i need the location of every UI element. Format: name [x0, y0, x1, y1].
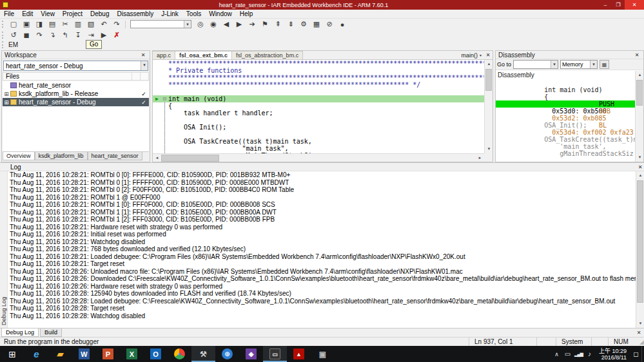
navigate-forward-button[interactable]: ▶ [233, 19, 245, 29]
open-file-button[interactable]: ▣ [21, 19, 32, 29]
fold-marker-icon[interactable] [161, 74, 168, 81]
hidden-icons-chevron[interactable]: ∧ [551, 351, 562, 357]
scroll-up-icon[interactable]: ▲ [636, 171, 644, 180]
close-icon[interactable]: ✕ [633, 52, 641, 58]
scrollbar-thumb[interactable] [637, 180, 643, 303]
network-icon[interactable]: ▂▄▆ [573, 352, 584, 357]
scrollbar-thumb[interactable] [161, 155, 219, 162]
find-next-button[interactable]: ◎ [195, 19, 206, 29]
pdf-app-icon[interactable]: ▲ [287, 346, 311, 362]
fold-marker-icon[interactable]: ⊟ [161, 95, 168, 102]
word-icon[interactable]: W [72, 346, 96, 362]
fold-marker-icon[interactable]: │ [161, 138, 168, 145]
fold-marker-icon[interactable]: │ [161, 117, 168, 124]
menu-item[interactable]: File [0, 10, 18, 19]
log-tab[interactable]: Debug Log [1, 329, 39, 337]
close-icon[interactable]: ✕ [636, 164, 644, 170]
log-tab[interactable]: Build [40, 329, 62, 337]
chevron-down-icon[interactable]: ▾ [551, 61, 558, 68]
go-button[interactable]: ▶ [98, 30, 110, 40]
step-out-button[interactable]: ↰ [59, 30, 71, 40]
powerpoint-icon[interactable]: P [96, 346, 120, 362]
fold-marker-icon[interactable] [161, 88, 168, 95]
globe-app-icon[interactable]: ⊕ [215, 346, 239, 362]
memory-select[interactable]: Memory ▾ [560, 60, 598, 69]
tree-row[interactable]: ⊞ heart_rate_sensor - Debug ✓ [3, 98, 149, 106]
editor-tab[interactable]: fsl_os_abstraction_bm.c [232, 51, 303, 59]
toolbar-grip[interactable] [2, 41, 5, 48]
redo-button[interactable]: ↷ [111, 19, 122, 29]
volume-icon[interactable]: ♪ [584, 350, 595, 357]
save-button[interactable]: ◨ [34, 19, 45, 29]
excel-icon[interactable]: X [120, 346, 144, 362]
fold-marker-icon[interactable]: │ [161, 110, 168, 117]
workspace-tab[interactable]: ksdk_platform_lib [35, 152, 88, 160]
function-selector[interactable]: main() ▾ [459, 52, 483, 59]
close-icon[interactable]: ✕ [634, 330, 644, 336]
scroll-down-icon[interactable]: ▼ [636, 153, 644, 162]
maximize-button[interactable]: ❐ [612, 0, 625, 10]
fold-marker-icon[interactable] [161, 81, 168, 88]
chevron-down-icon[interactable]: ▾ [141, 61, 148, 70]
cut-button[interactable]: ✂ [59, 19, 71, 29]
go-to-button[interactable]: ➔ [246, 19, 258, 29]
chevron-down-icon[interactable]: ▾ [480, 53, 482, 57]
editor-horizontal-scrollbar[interactable]: ◄ ► [153, 153, 484, 162]
previous-bookmark-button[interactable]: ⇞ [272, 19, 284, 29]
chevron-down-icon[interactable]: ▾ [184, 21, 191, 28]
step-over-button[interactable]: ↷ [34, 30, 45, 40]
menu-item[interactable]: Help [236, 10, 257, 19]
editor-tab[interactable]: app.c [153, 51, 175, 59]
expander-icon[interactable]: ⊞ [3, 91, 10, 97]
make-button[interactable]: ▦ [311, 19, 322, 29]
new-document-button[interactable]: ▢ [8, 19, 19, 29]
disassembly-listing[interactable]: Disassembly int main (void) { main: [496, 71, 635, 162]
disassembly-vertical-scrollbar[interactable]: ▲ ▼ [635, 71, 643, 162]
menu-item[interactable]: Project [59, 10, 86, 19]
undo-button[interactable]: ↶ [98, 19, 110, 29]
chrome-icon[interactable]: ● [168, 346, 191, 362]
purple-app-icon[interactable]: ◈ [239, 346, 263, 362]
copy-button[interactable]: ▥ [72, 19, 84, 29]
reset-button[interactable]: ↺ [8, 30, 19, 40]
fold-marker-icon[interactable]: │ [161, 145, 168, 152]
break-button[interactable]: ◼ [21, 30, 32, 40]
step-into-button[interactable]: ↴ [46, 30, 58, 40]
editor-vertical-scrollbar[interactable]: ▲ ▼ [484, 60, 493, 153]
log-vertical-scrollbar[interactable]: ▲ ▼ [636, 171, 644, 328]
next-statement-button[interactable]: ↧ [72, 30, 84, 40]
next-bookmark-button[interactable]: ⇟ [285, 19, 297, 29]
outlook-icon[interactable]: O [144, 346, 168, 362]
toolbar-grip[interactable] [2, 21, 5, 28]
scroll-right-icon[interactable]: ► [476, 154, 484, 162]
fold-marker-icon[interactable]: │ [161, 102, 168, 110]
menu-item[interactable]: J-Link [157, 10, 182, 19]
scrollbar-thumb[interactable] [636, 80, 643, 106]
toolbar-grip[interactable] [2, 32, 5, 39]
start-button[interactable]: ⊞ [0, 346, 24, 362]
paste-button[interactable]: ▧ [85, 19, 97, 29]
clock[interactable]: 上午 10:29 2016/8/11 [595, 348, 630, 361]
menu-item[interactable]: Edit [18, 10, 37, 19]
tools-app-icon[interactable]: ⚒ [191, 346, 215, 362]
minimize-button[interactable]: – [599, 0, 612, 10]
toggle-bookmark-button[interactable]: ⚑ [259, 19, 271, 29]
gray-app-icon[interactable]: ▣ [311, 346, 335, 362]
display-icon[interactable]: ▭ [562, 350, 573, 357]
workspace-tab[interactable]: heart_rate_sensor [88, 152, 142, 160]
close-icon[interactable]: ✕ [483, 52, 493, 58]
scroll-down-icon[interactable]: ▼ [485, 145, 493, 153]
iar-ide-icon[interactable]: ▭ [263, 346, 287, 362]
workspace-file-tree[interactable]: heart_rate_sensor ⊞ ksdk_platform_lib - … [3, 81, 149, 151]
stop-debugging-button[interactable]: ✗ [111, 30, 122, 40]
menu-item[interactable]: Window [205, 10, 236, 19]
expander-icon[interactable]: ⊞ [3, 99, 10, 106]
show-desktop-button[interactable] [641, 346, 644, 362]
find-previous-button[interactable]: ◉ [208, 19, 219, 29]
menu-item[interactable]: View [37, 10, 59, 19]
resize-grip-icon[interactable]: ◢ [635, 339, 644, 345]
fold-marker-icon[interactable] [161, 67, 168, 74]
chevron-down-icon[interactable]: ▾ [590, 61, 597, 68]
menu-item[interactable]: Disassembly [113, 10, 157, 19]
scroll-left-icon[interactable]: ◄ [153, 154, 161, 162]
